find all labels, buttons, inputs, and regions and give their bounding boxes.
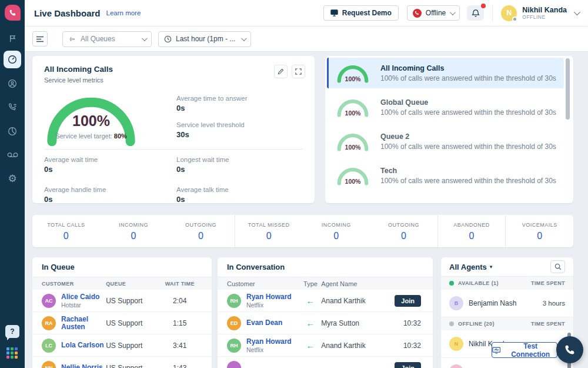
col-queue: QUEUE	[106, 281, 157, 287]
wait-cell: 1:15	[158, 319, 202, 327]
connection-monitor-icon	[492, 347, 500, 354]
customer-link[interactable]: Ryan Howard	[246, 338, 292, 346]
customer-link[interactable]: Rachael Austen	[61, 316, 106, 331]
app-switcher-icon[interactable]	[6, 347, 18, 359]
customer-link[interactable]: Nellie Norris	[61, 364, 103, 368]
table-row: LC Lola Carlson US Support 3:41	[32, 334, 212, 357]
metric-label: Longest wait time	[176, 156, 303, 163]
time-filter-dropdown[interactable]: Last hour (1pm - ...	[158, 31, 251, 47]
queue-card-title: Global Queue	[380, 98, 556, 107]
user-menu[interactable]: N Nikhil Kanda OFFLINE	[501, 5, 579, 21]
request-demo-button[interactable]: Request Demo	[323, 5, 399, 21]
in-conversation-panel: In Conversation Customer Type Agent Name…	[218, 257, 433, 368]
join-button[interactable]: Join	[395, 362, 421, 368]
availability-dropdown[interactable]: Offline	[407, 5, 460, 21]
sidebar-item-admin[interactable]: ⚙	[0, 170, 25, 187]
avatar: AC	[42, 294, 56, 308]
dialer-fab-button[interactable]	[556, 336, 583, 363]
test-connection-button[interactable]: Test Connection	[492, 342, 557, 358]
agents-section-available: AVAILABLE (1) TIME SPENT	[441, 277, 573, 290]
availability-value: Offline	[426, 9, 446, 17]
metric-value: 30s	[176, 130, 248, 139]
queue-card-title: Queue 2	[380, 132, 556, 141]
incoming-arrow-icon: ←	[300, 296, 322, 306]
sidebar-item-goals-icon[interactable]	[0, 29, 25, 47]
service-level-gauge: 100% Service level target: 80%	[44, 92, 138, 147]
target-value: 80%	[114, 132, 127, 140]
avatar: RA	[42, 316, 56, 330]
phone-list-icon	[8, 102, 17, 112]
help-icon: ?	[10, 327, 14, 336]
table-row: RH Ryan Howard Netflix ← Anand Karthik 1…	[218, 334, 433, 357]
stat-outgoing: OUTGOING0	[167, 215, 235, 247]
table-row: AC Alice Caido Hotstar US Support 2:04	[32, 290, 212, 312]
mini-gauge-value: 100%	[336, 144, 370, 151]
notifications-button[interactable]	[467, 5, 484, 21]
time-filter-value: Last hour (1pm - ...	[176, 35, 237, 43]
avatar: N	[449, 337, 463, 351]
widget-layout-button[interactable]	[32, 31, 48, 47]
wait-cell: 1:43	[158, 364, 202, 368]
queue-card[interactable]: 100% Queue 2 100% of calls were answered…	[327, 126, 564, 157]
expand-widget-button[interactable]	[292, 65, 305, 78]
stat-missed-outgoing: OUTGOING0	[370, 215, 438, 247]
contact-icon	[8, 79, 17, 88]
queue-card-desc: 100% of calls were answered within the t…	[380, 74, 556, 82]
customer-link[interactable]: Lola Carlson	[61, 342, 104, 349]
service-panel-subtitle: Service level metrics	[44, 77, 103, 84]
bell-icon	[472, 9, 480, 18]
join-button[interactable]: Join	[395, 295, 421, 307]
page-title: Live Dashboard	[34, 8, 101, 18]
queue-card[interactable]: 100% All Incoming Calls 100% of calls we…	[327, 58, 564, 88]
metric-label: Average handle time	[44, 186, 176, 193]
incoming-arrow-icon: ←	[300, 318, 322, 328]
metric-label: Average talk time	[176, 186, 303, 193]
sidebar-item-reports[interactable]	[0, 122, 25, 140]
metric-value: 0s	[176, 165, 303, 174]
queue-icon	[68, 35, 76, 43]
top-header: Live Dashboard Learn more Request Demo O…	[25, 0, 588, 26]
learn-more-link[interactable]: Learn more	[106, 9, 141, 16]
metric-value: 0s	[44, 165, 176, 174]
help-button[interactable]: ?	[5, 325, 19, 338]
sidebar-item-voicemail[interactable]	[0, 146, 25, 164]
metric-label: Average wait time	[44, 156, 176, 163]
user-name: Nikhil Kanda	[522, 6, 567, 14]
freshcaller-logo[interactable]	[5, 5, 21, 21]
table-row: RA Rachael Austen US Support 1:15	[32, 312, 212, 334]
dashboard-gauge-icon	[8, 55, 17, 64]
gear-icon: ⚙	[8, 174, 16, 184]
queue-card-desc: 100% of calls were answered within the t…	[380, 142, 556, 151]
dashboard-content: All Incoming Calls Service level metrics…	[25, 52, 588, 368]
sidebar-item-contacts[interactable]	[0, 75, 25, 92]
agent-search-button[interactable]	[550, 260, 565, 273]
user-status-label: OFFLINE	[522, 14, 567, 20]
scrollbar-thumb[interactable]	[566, 58, 570, 120]
metric-label: Average time to answer	[176, 95, 248, 102]
queues-filter-dropdown[interactable]: All Queues	[62, 31, 152, 47]
queue-card[interactable]: 100% Global Queue 100% of calls were ans…	[327, 92, 564, 122]
queue-card-desc: 100% of calls were answered within the t…	[380, 108, 556, 117]
queue-card[interactable]: 100% Tech 100% of calls were answered wi…	[327, 160, 564, 191]
customer-link[interactable]: Evan Dean	[246, 319, 282, 327]
col-wait-time: WAIT TIME	[158, 281, 202, 287]
expand-icon	[295, 68, 302, 75]
sidebar-item-dashboard[interactable]	[4, 51, 21, 68]
offline-status-dot	[449, 321, 454, 326]
queue-cell: US Support	[106, 319, 157, 327]
chevron-down-icon	[241, 35, 247, 41]
agent-name: Benjamin Nash	[469, 299, 516, 307]
customer-link[interactable]: Alice Caido	[61, 293, 99, 301]
duration-cell: 10:32	[382, 342, 423, 350]
metric-label: Service level threshold	[176, 121, 248, 128]
col-customer: CUSTOMER	[42, 281, 106, 287]
customer-link[interactable]: Ryan Howard	[246, 293, 292, 301]
table-row: ED Evan Dean ← Myra Sutton 10:32	[218, 312, 433, 334]
agents-filter-dropdown[interactable]: All Agents	[449, 263, 487, 271]
queue-card-desc: 100% of calls were answered within the t…	[380, 177, 556, 185]
edit-widget-button[interactable]	[274, 65, 288, 78]
pencil-icon	[278, 68, 284, 75]
sidebar-item-call-metrics[interactable]	[0, 98, 25, 116]
filter-bar: All Queues Last hour (1pm - ...	[25, 26, 588, 52]
flag-icon	[8, 34, 17, 43]
